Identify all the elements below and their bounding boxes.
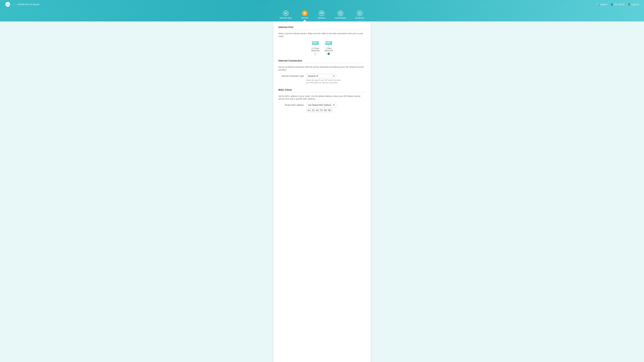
connection-type-row: Internet Connection Type: Dynamic IP Sta… [278,74,366,84]
search-icon: 🔍 [596,3,600,6]
router-mac-wrap: Use Default MAC Address Use Current Comp… [306,103,366,112]
svg-rect-25 [325,41,332,45]
nav-item-wireless[interactable]: Wireless [313,9,330,21]
nav-item-network-map[interactable]: Network Map [275,9,296,21]
internet-port-title: Internet Port [278,26,366,28]
main-wrapper: Internet Port Select a port for internet… [0,21,644,362]
port2-label: 1 GbpsWAN/LAN [324,47,333,52]
port-option-2: 1 GbpsWAN/LAN [324,40,333,55]
mac-sep-5: - [327,109,328,111]
svg-rect-19 [312,42,314,43]
svg-rect-20 [314,42,316,43]
svg-point-6 [286,14,287,14]
svg-rect-27 [328,42,329,43]
logo: tp-link [5,2,10,7]
log-out-link[interactable]: 🚪 Log Out [628,3,639,6]
svg-point-5 [284,14,285,14]
internet-port-desc: Select a port for internet service. Make… [278,32,366,38]
nav-item-homeshield[interactable]: HomeShield [330,9,350,21]
search-label: Search [600,3,607,6]
internet-icon [302,10,308,16]
nav-label-internet: Internet [301,17,308,19]
mac-clone-divider [278,92,366,92]
port1-radio[interactable] [314,53,316,55]
mac-seg-6: 9d [328,109,330,111]
svg-point-4 [286,12,287,13]
svg-rect-23 [315,43,316,44]
router-mac-row: Router MAC Address: Use Default MAC Addr… [278,103,366,112]
tp-link-id-link[interactable]: 👤 TP-Link ID [610,3,624,6]
header: tp-link | AX5400 Wi-Fi 6 Router 🔍 Search… [0,0,644,9]
mac-clone-desc: Set the MAC address of your router. Use … [278,95,366,100]
connection-type-hint: Select this type if your ISP doesn't pro… [306,79,343,84]
mac-address-display: ac - 15 - a2 - 75 - 0d - 9d [306,108,332,112]
port1-icon [311,40,320,46]
logout-icon: 🚪 [628,3,630,6]
wireless-icon [319,10,324,16]
mac-seg-2: 15 [312,109,314,111]
internet-port-section: Internet Port Select a port for internet… [278,26,366,55]
port2-icon [324,40,333,46]
advanced-icon [357,10,362,16]
header-right: 🔍 Search 👤 TP-Link ID 🚪 Log Out [596,3,639,6]
nav-item-advanced[interactable]: Advanced [350,9,369,21]
internet-connection-divider [278,63,366,63]
mac-seg-5: 0d [324,109,326,111]
mac-seg-1: ac [308,109,310,111]
mac-sep-1: - [311,109,312,111]
logo-divider: | [14,3,14,6]
mac-clone-section: MAC Clone Set the MAC address of your ro… [278,88,366,112]
tp-link-logo-icon: tp-link [5,2,10,7]
tp-link-id-label: TP-Link ID [614,3,624,6]
connection-type-wrap: Dynamic IP Static IP PPPoE L2TP PPTP Sel… [306,74,366,84]
mac-sep-3: - [319,109,320,111]
mac-sep-2: - [315,109,316,111]
content-card: Internet Port Select a port for internet… [273,21,371,362]
svg-rect-30 [328,43,330,44]
internet-port-divider [278,29,366,30]
header-left: tp-link | AX5400 Wi-Fi 6 Router [5,2,40,7]
homeshield-icon [338,10,343,16]
router-mac-label: Router MAC Address: [278,103,304,106]
svg-point-3 [284,12,285,13]
nav-label-network-map: Network Map [280,17,292,19]
nav-label-wireless: Wireless [318,17,326,19]
internet-connection-title: Internet Connection [278,59,366,62]
mac-sep-4: - [323,109,324,111]
connection-type-select[interactable]: Dynamic IP Static IP PPPoE L2TP PPTP [306,74,336,78]
svg-rect-21 [316,42,317,43]
main-nav: Network Map Internet Wireless [0,9,644,21]
svg-text:tp-link: tp-link [6,4,10,5]
log-out-label: Log Out [631,3,639,6]
svg-rect-29 [327,43,328,44]
svg-point-17 [360,13,360,14]
internet-connection-section: Internet Connection Set up an internet c… [278,59,366,84]
svg-point-16 [322,14,322,14]
port1-label: 2.5 GbpsWAN/LAN [311,47,320,52]
mac-clone-title: MAC Clone [278,88,366,91]
router-mac-select[interactable]: Use Default MAC Address Use Current Comp… [306,103,336,107]
connection-type-label: Internet Connection Type: [278,74,304,77]
port-options: 2.5 GbpsWAN/LAN 1 GbpsWAN/LAN [278,40,366,55]
nav-label-homeshield: HomeShield [335,17,346,19]
internet-connection-desc: Set up an internet connection with the s… [278,66,366,71]
mac-seg-3: a2 [316,109,318,111]
svg-rect-28 [330,42,330,43]
search-link[interactable]: 🔍 Search [596,3,607,6]
router-model-label: AX5400 Wi-Fi 6 Router [17,3,40,6]
user-icon: 👤 [610,3,613,6]
mac-seg-4: 75 [320,109,322,111]
svg-rect-18 [312,41,319,45]
nav-item-internet[interactable]: Internet [296,9,313,21]
svg-rect-22 [314,43,314,44]
network-map-icon [283,10,289,16]
nav-label-advanced: Advanced [355,17,364,19]
port-option-1: 2.5 GbpsWAN/LAN [311,40,320,55]
svg-rect-26 [326,42,327,43]
port2-radio[interactable] [328,53,330,55]
